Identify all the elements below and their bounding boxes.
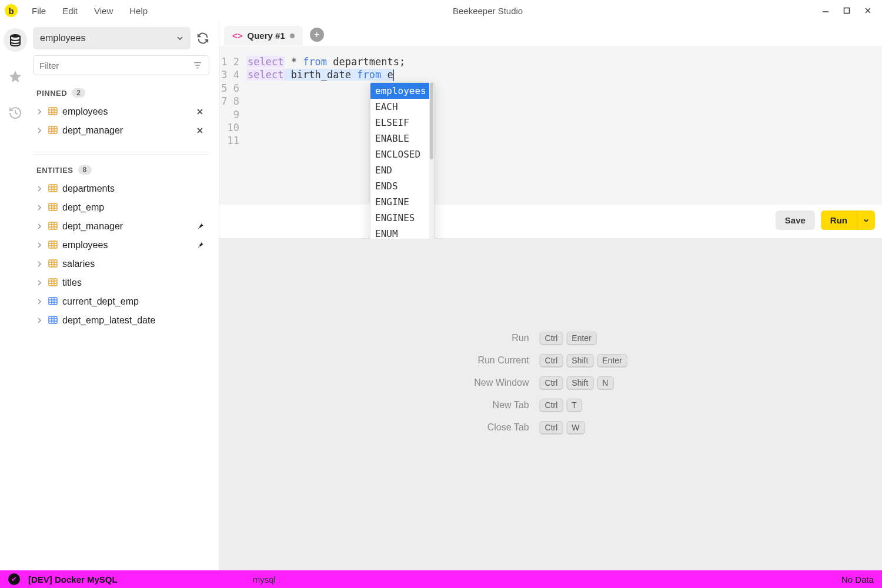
table-icon (48, 106, 59, 117)
entity-item[interactable]: departments (33, 179, 209, 198)
key-badge: Enter (566, 332, 596, 345)
shortcut-label: Run Current (474, 355, 529, 366)
pinned-count-badge: 2 (72, 88, 85, 98)
code-editor[interactable]: select * from departments; select birth_… (245, 46, 882, 205)
status-engine: mysql (253, 574, 276, 584)
filter-input[interactable] (39, 61, 192, 71)
chevron-right-icon (36, 109, 45, 115)
new-tab-button[interactable]: + (310, 28, 324, 42)
save-button[interactable]: Save (776, 211, 815, 230)
close-button[interactable] (863, 6, 873, 15)
tree-item-label: employees (62, 240, 193, 250)
svg-rect-37 (49, 241, 57, 248)
autocomplete-item[interactable]: ENGINE (370, 194, 434, 210)
entities-count-badge: 8 (78, 165, 92, 175)
entity-item[interactable]: titles (33, 273, 209, 292)
run-dropdown-button[interactable] (857, 211, 875, 230)
autocomplete-item[interactable]: ENDS (370, 178, 434, 194)
chevron-right-icon (36, 261, 45, 267)
view-icon (48, 315, 59, 326)
pin-icon[interactable] (196, 241, 207, 249)
tree-item-label: dept_emp (62, 202, 207, 213)
entity-item[interactable]: dept_manager (33, 217, 209, 236)
menu-view[interactable]: View (87, 4, 120, 18)
key-badge: Ctrl (540, 376, 563, 389)
key-badge: T (566, 399, 582, 412)
autocomplete-item[interactable]: EACH (370, 99, 434, 115)
tree-item-label: current_dept_emp (62, 296, 207, 307)
chevron-right-icon (36, 186, 45, 192)
chevron-right-icon (36, 299, 45, 305)
pinned-list: employees dept_manager (33, 102, 209, 140)
shortcut-keys: CtrlShiftN (540, 376, 627, 389)
svg-rect-15 (49, 126, 57, 133)
menu-edit[interactable]: Edit (55, 4, 85, 18)
editor-actions: Save Run (219, 205, 882, 239)
autocomplete-item[interactable]: ELSEIF (370, 115, 434, 131)
window-title: Beekeeper Studio (155, 6, 821, 16)
refresh-button[interactable] (196, 32, 209, 45)
entities-header: ENTITIES 8 (33, 163, 209, 177)
run-button[interactable]: Run (821, 211, 857, 230)
chevron-right-icon (36, 318, 45, 323)
entity-item[interactable]: salaries (33, 255, 209, 273)
chevron-right-icon (36, 128, 45, 133)
status-connection[interactable]: [DEV] Docker MySQL (28, 574, 118, 584)
svg-rect-47 (49, 279, 57, 286)
tab-query-1[interactable]: <> Query #1 (224, 26, 303, 45)
dirty-indicator-icon (290, 34, 295, 38)
pinned-header: PINNED 2 (33, 86, 209, 100)
rail-star-icon[interactable] (4, 65, 27, 88)
unpin-button[interactable] (196, 108, 207, 115)
autocomplete-item[interactable]: END (370, 162, 434, 178)
svg-rect-27 (49, 203, 57, 211)
chevron-down-icon (176, 35, 183, 42)
maximize-button[interactable] (842, 6, 851, 15)
entity-item[interactable]: dept_emp (33, 198, 209, 217)
shortcut-hints: RunCtrlEnterRun CurrentCtrlShiftEnterNew… (474, 332, 627, 434)
autocomplete-item[interactable]: ENGINES (370, 210, 434, 226)
autocomplete-item[interactable]: employees (370, 83, 434, 99)
svg-point-4 (11, 34, 20, 38)
table-icon (48, 221, 59, 232)
tree-item-label: salaries (62, 259, 207, 269)
menu-help[interactable]: Help (122, 4, 155, 18)
view-icon (48, 296, 59, 307)
filter-settings-icon[interactable] (192, 60, 203, 71)
key-badge: Enter (597, 354, 627, 367)
pinned-item[interactable]: dept_manager (33, 121, 209, 140)
key-badge: Shift (566, 376, 593, 389)
unpin-button[interactable] (196, 127, 207, 134)
window-controls (821, 6, 877, 15)
menu-file[interactable]: File (25, 4, 53, 18)
tree-item-label: employees (62, 106, 193, 117)
entity-item[interactable]: current_dept_emp (33, 292, 209, 311)
minimize-button[interactable] (821, 6, 830, 15)
rail-history-icon[interactable] (4, 101, 27, 125)
svg-rect-22 (49, 185, 57, 192)
results-area: RunCtrlEnterRun CurrentCtrlShiftEnterNew… (219, 239, 882, 570)
tab-label: Query #1 (248, 31, 285, 41)
shortcut-label: New Window (474, 377, 529, 388)
rail-database-icon[interactable] (4, 28, 27, 52)
table-icon (48, 240, 59, 250)
database-select[interactable]: employees (33, 27, 191, 49)
tree-item-label: departments (62, 183, 207, 194)
entity-item[interactable]: employees (33, 236, 209, 255)
autocomplete-item[interactable]: ENCLOSED (370, 146, 434, 162)
pinned-item[interactable]: employees (33, 102, 209, 121)
shortcut-label: Run (474, 333, 529, 343)
app-logo: b (5, 4, 18, 17)
entity-item[interactable]: dept_emp_latest_date (33, 311, 209, 330)
svg-rect-42 (49, 260, 57, 267)
autocomplete-item[interactable]: ENABLE (370, 131, 434, 146)
menu-bar: File Edit View Help (25, 4, 155, 18)
shortcut-keys: CtrlEnter (540, 332, 627, 345)
editor-area: <> Query #1 + 1 2 3 4 5 6 7 8 9 10 11 se… (219, 21, 882, 570)
entities-label: ENTITIES (36, 166, 74, 175)
line-gutter: 1 2 3 4 5 6 7 8 9 10 11 (219, 46, 245, 205)
chevron-right-icon (36, 205, 45, 211)
table-icon (48, 125, 59, 136)
pin-icon[interactable] (196, 222, 207, 230)
database-select-value: employees (40, 33, 85, 44)
